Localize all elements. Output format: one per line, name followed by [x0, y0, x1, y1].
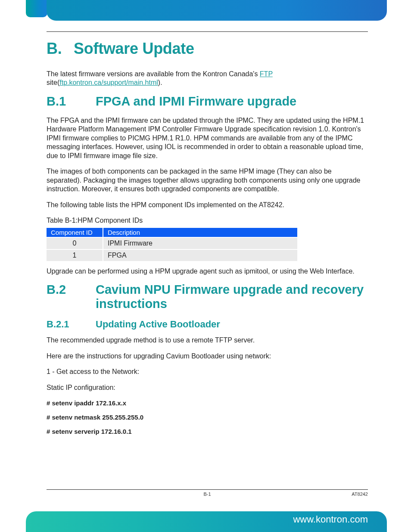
table-caption: Table B-1:HPM Component IDs	[47, 216, 368, 225]
intro-post: ).	[158, 79, 162, 86]
intro-pre: The latest firmware versions are availab…	[47, 70, 260, 78]
subsection-b2-1-heading: B.2.1 Updating Active Bootloader	[47, 319, 368, 330]
footer-line: B-1 AT8242	[47, 489, 368, 498]
intro-mid: site(	[47, 79, 59, 86]
section-b1-title: FPGA and IPMI Firmware upgrade	[96, 94, 368, 109]
cell-id: 1	[47, 249, 103, 261]
b2-paragraph-1: The recommended upgrade method is to use…	[47, 336, 368, 345]
command-setenv-ipaddr: # setenv ipaddr 172.16.x.x	[47, 399, 368, 407]
cell-desc: IPMI Firmware	[103, 237, 297, 249]
cell-desc: FPGA	[103, 249, 297, 261]
page-title: B. Software Update	[47, 40, 368, 58]
ftp-link[interactable]: FTP	[260, 70, 273, 78]
page-content: B. Software Update The latest firmware v…	[47, 21, 368, 491]
subsection-b2-1-prefix: B.2.1	[47, 319, 96, 330]
command-setenv-serverip: # setenv serverip 172.16.0.1	[47, 427, 368, 436]
title-prefix: B.	[47, 40, 62, 57]
table-header-row: Component ID Description	[47, 228, 297, 237]
command-setenv-netmask: # setenv netmask 255.255.255.0	[47, 413, 368, 421]
b2-paragraph-4: Static IP configuration:	[47, 383, 368, 392]
document-id: AT8242	[352, 492, 368, 497]
header-tab	[26, 0, 47, 17]
cell-id: 0	[47, 237, 103, 249]
b2-paragraph-3: 1 - Get access to the Network:	[47, 367, 368, 376]
b1-paragraph-3: The following table lists the HPM compon…	[47, 201, 368, 209]
footer-url: www.kontron.com	[293, 514, 368, 525]
footer-bar: www.kontron.com	[26, 511, 387, 532]
section-b1-heading: B.1 FPGA and IPMI Firmware upgrade	[47, 94, 368, 109]
b1-paragraph-1: The FPGA and the IPMI firmware can be up…	[47, 116, 368, 160]
b1-paragraph-2: The images of both components can be pac…	[47, 167, 368, 193]
section-b2-heading: B.2 Cavium NPU Firmware upgrade and reco…	[47, 283, 368, 311]
col-description: Description	[103, 228, 297, 237]
title-text: Software Update	[74, 40, 194, 57]
ftp-url-link[interactable]: ftp.kontron.ca/support/main.html	[59, 79, 158, 86]
top-divider	[47, 31, 368, 32]
b2-paragraph-2: Here are the instructions for upgrading …	[47, 352, 368, 361]
section-b2-title: Cavium NPU Firmware upgrade and recovery…	[96, 283, 368, 311]
section-b2-prefix: B.2	[47, 283, 96, 297]
table-row: 1 FPGA	[47, 249, 297, 261]
section-b1-prefix: B.1	[47, 94, 96, 109]
table-row: 0 IPMI Firmware	[47, 237, 297, 249]
page-number: B-1	[203, 492, 211, 497]
header-strip	[47, 0, 387, 21]
col-component-id: Component ID	[47, 228, 103, 237]
b1-paragraph-4: Upgrade can be performed using a HPM upg…	[47, 267, 368, 276]
subsection-b2-1-title: Updating Active Bootloader	[96, 319, 220, 330]
hpm-component-table: Component ID Description 0 IPMI Firmware…	[47, 228, 297, 261]
intro-paragraph: The latest firmware versions are availab…	[47, 70, 368, 87]
